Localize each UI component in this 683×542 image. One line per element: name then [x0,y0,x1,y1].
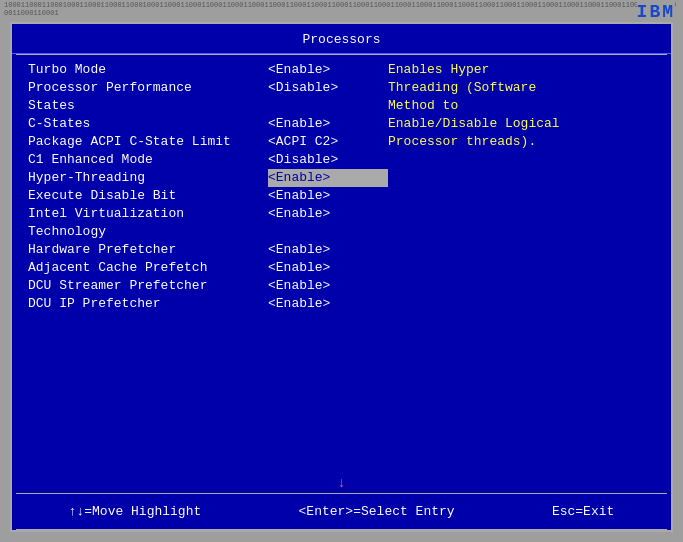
menu-label: Technology [28,223,268,241]
table-row: Hyper-Threading <Enable> [28,169,655,187]
menu-value[interactable]: <Enable> [268,295,388,313]
menu-label: C1 Enhanced Mode [28,151,268,169]
table-row: DCU IP Prefetcher <Enable> [28,295,655,313]
menu-label: Package ACPI C-State Limit [28,133,268,151]
table-row: Adjacent Cache Prefetch <Enable> [28,259,655,277]
footer-select-entry: <Enter>=Select Entry [299,504,455,519]
footer-escape: Esc=Exit [552,504,614,519]
menu-label: Intel Virtualization [28,205,268,223]
menu-value[interactable]: <Enable> [268,259,388,277]
menu-label: Adjacent Cache Prefetch [28,259,268,277]
table-row: Turbo Mode <Enable> Enables Hyper [28,61,655,79]
table-row: Package ACPI C-State Limit <ACPI C2> Pro… [28,133,655,151]
content-area: Turbo Mode <Enable> Enables Hyper Proces… [12,55,671,493]
menu-value[interactable]: <Disable> [268,79,388,97]
window-title: Processors [12,24,671,54]
menu-description: Enables Hyper [388,61,655,79]
menu-description: Processor threads). [388,133,655,151]
menu-description: Enable/Disable Logical [388,115,655,133]
footer-move-highlight: ↑↓=Move Highlight [69,504,202,519]
menu-description: Threading (Software [388,79,655,97]
menu-value[interactable]: <Enable> [268,115,388,133]
table-row: Technology [28,223,655,241]
menu-value[interactable]: <ACPI C2> [268,133,388,151]
menu-items-list: Turbo Mode <Enable> Enables Hyper Proces… [28,61,655,473]
menu-label: Hardware Prefetcher [28,241,268,259]
menu-value[interactable]: <Enable> [268,187,388,205]
table-row: Intel Virtualization <Enable> [28,205,655,223]
table-row: Hardware Prefetcher <Enable> [28,241,655,259]
scroll-arrow-down: ↓ [28,473,655,493]
menu-label: C-States [28,115,268,133]
menu-value[interactable]: <Enable> [268,241,388,259]
menu-label: States [28,97,268,115]
menu-label: Execute Disable Bit [28,187,268,205]
table-row: C-States <Enable> Enable/Disable Logical [28,115,655,133]
menu-value[interactable]: <Disable> [268,151,388,169]
table-row: States Method to [28,97,655,115]
top-pattern-bar: 1000110001100010001100011000110001000110… [0,0,683,18]
menu-label: Turbo Mode [28,61,268,79]
footer-bar: ↑↓=Move Highlight <Enter>=Select Entry E… [12,494,671,529]
outer-divider-bottom [16,529,667,530]
menu-label: Processor Performance [28,79,268,97]
table-row: Processor Performance <Disable> Threadin… [28,79,655,97]
menu-label: DCU Streamer Prefetcher [28,277,268,295]
pattern-text: 1000110001100010001100011000110001000110… [4,1,679,17]
menu-value[interactable]: <Enable> [268,205,388,223]
menu-label: DCU IP Prefetcher [28,295,268,313]
menu-value[interactable]: <Enable> [268,61,388,79]
menu-value[interactable]: <Enable> [268,277,388,295]
outer-frame: 1000110001100010001100011000110001000110… [0,0,683,542]
menu-description: Method to [388,97,655,115]
ibm-logo: IBM [637,2,675,22]
table-row: DCU Streamer Prefetcher <Enable> [28,277,655,295]
table-row: Execute Disable Bit <Enable> [28,187,655,205]
table-row: C1 Enhanced Mode <Disable> [28,151,655,169]
menu-value-highlighted[interactable]: <Enable> [268,169,388,187]
menu-label: Hyper-Threading [28,169,268,187]
main-window: Processors Turbo Mode <Enable> Enables H… [10,22,673,532]
